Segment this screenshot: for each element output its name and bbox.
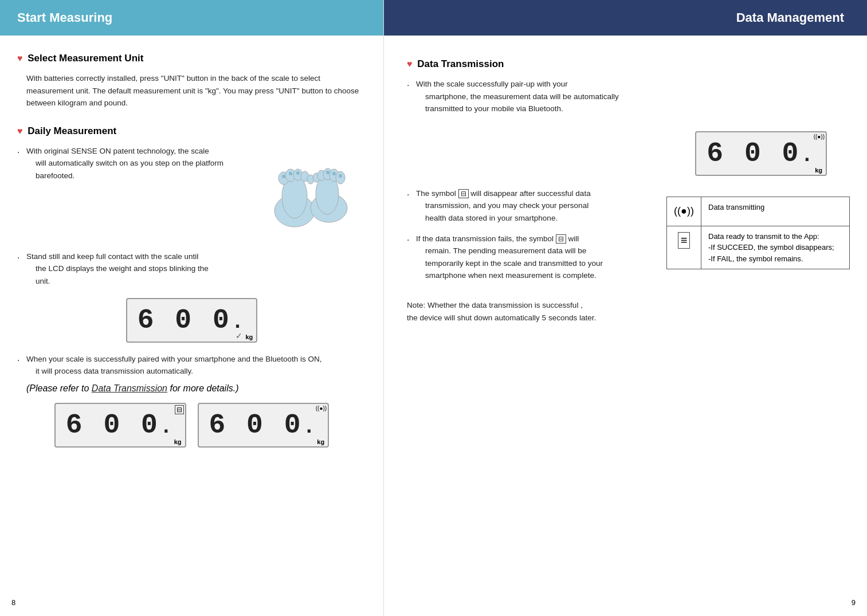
table-cell-wifi-icon: ((●)) — [667, 197, 701, 226]
lcd-bt-icon-right: ((●)) — [814, 134, 825, 140]
lcd-digits-1: 6 0 0. — [138, 305, 246, 336]
lcd-box-right: 6 0 0. ((●)) kg — [695, 131, 827, 176]
wifi-icon: ((●)) — [674, 205, 694, 217]
lcd-kg-3: kg — [317, 438, 324, 445]
lcd-display-1: 6 0 0. kg ✓ — [17, 298, 366, 343]
lcd-digits-2: 6 0 0. — [66, 410, 175, 441]
symbol-bullets: The symbol ⊟ will disappear after succes… — [407, 187, 649, 288]
right-panel: Data Management ♥ Data Transmission With… — [384, 0, 867, 616]
table-cell-file-icon: ≡ — [667, 226, 701, 269]
bullet1-block: With original SENSE ON patent technology… — [17, 145, 240, 188]
data-transmission-section: ♥ Data Transmission With the scale succe… — [407, 58, 850, 115]
data-table-container: ((●)) Data transmitting ≡ Data ready to … — [666, 187, 850, 270]
bullet3-text: When your scale is successfully paired w… — [17, 353, 366, 378]
page-number-right: 9 — [852, 598, 856, 607]
right-header-title: Data Management — [736, 10, 844, 25]
table-row-1: ((●)) Data transmitting — [667, 197, 849, 226]
right-header: Data Management — [384, 0, 867, 36]
lcd-kg-1: kg — [245, 333, 253, 340]
lcd-display-right: 6 0 0. ((●)) kg — [407, 131, 850, 176]
symbol-section: The symbol ⊟ will disappear after succes… — [407, 187, 850, 288]
table-row-2: ≡ Data ready to transmit to the App: -If… — [667, 226, 849, 269]
lcd-display-2: 6 0 0. ⊟ kg — [54, 403, 186, 448]
data-transmission-title: ♥ Data Transmission — [407, 58, 850, 70]
lcd-pair: 6 0 0. ⊟ kg 6 0 0. ((●)) kg — [17, 403, 366, 448]
data-transmission-bullet1: With the scale successfully pair-up with… — [407, 78, 850, 115]
svg-point-9 — [296, 171, 300, 175]
italic-note: (Please refer to Data Transmission for m… — [17, 383, 366, 394]
heart-icon-1: ♥ — [17, 53, 23, 63]
bullet2-text: Stand still and keep full contact with t… — [17, 250, 366, 288]
lcd-bt-icon: ((●)) — [316, 405, 327, 411]
svg-point-8 — [289, 172, 292, 175]
lcd-box-3: 6 0 0. — [198, 403, 329, 448]
table-cell-transmitting: Data transmitting — [701, 197, 849, 226]
symbol-1: ⊟ — [458, 189, 469, 198]
file-icon: ≡ — [678, 232, 691, 249]
lcd-kg-right: kg — [815, 167, 822, 174]
lcd-box-2: 6 0 0. — [54, 403, 186, 448]
feet-image — [252, 145, 366, 239]
lcd-file-icon-1: ⊟ — [175, 405, 184, 414]
symbol-2: ⊟ — [556, 234, 566, 244]
lcd-digits-3: 6 0 0. — [209, 410, 318, 441]
lcd-right: 6 0 0. — [695, 131, 827, 176]
heart-icon-2: ♥ — [17, 126, 23, 136]
bullet1-text: With original SENSE ON patent technology… — [17, 145, 240, 182]
left-header-title: Start Measuring — [17, 10, 112, 25]
symbol-bullet2: If the data transmission fails, the symb… — [407, 233, 649, 282]
lcd-display-3: 6 0 0. ((●)) kg — [198, 403, 329, 448]
select-unit-section: ♥ Select Measurement Unit With batteries… — [17, 53, 366, 109]
lcd-kg-2: kg — [174, 438, 182, 445]
svg-point-17 — [326, 171, 329, 174]
page-number-left: 8 — [11, 598, 15, 607]
table-cell-ready: Data ready to transmit to the App: -If S… — [701, 226, 849, 269]
left-header: Start Measuring — [0, 0, 383, 36]
feet-svg — [252, 145, 366, 237]
symbol-bullet1: The symbol ⊟ will disappear after succes… — [407, 187, 649, 225]
heart-icon-3: ♥ — [407, 59, 413, 69]
select-unit-title: ♥ Select Measurement Unit — [17, 53, 366, 64]
data-table: ((●)) Data transmitting ≡ Data ready to … — [666, 197, 850, 270]
daily-measurement-title: ♥ Daily Measurement — [17, 125, 366, 137]
svg-point-7 — [282, 175, 285, 178]
daily-measurement-section: ♥ Daily Measurement With original SENSE … — [17, 125, 366, 448]
lcd-check-1: ✓ — [236, 331, 242, 340]
svg-point-19 — [339, 174, 342, 178]
svg-point-18 — [332, 172, 336, 175]
right-content: ♥ Data Transmission With the scale succe… — [407, 36, 850, 324]
note-text: Note: Whether the data transmission is s… — [407, 299, 850, 324]
select-unit-body: With batteries correctly installed, pres… — [17, 72, 366, 109]
left-panel: Start Measuring ♥ Select Measurement Uni… — [0, 0, 384, 616]
